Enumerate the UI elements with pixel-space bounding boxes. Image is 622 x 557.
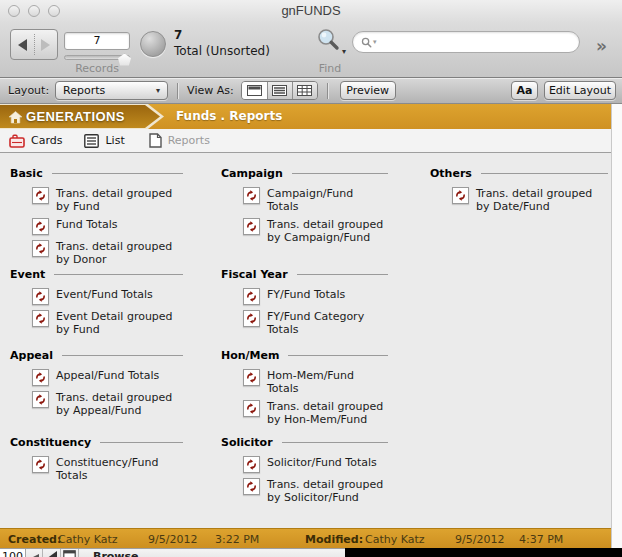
- current-record-input[interactable]: [64, 32, 130, 50]
- report-link[interactable]: Solicitor/Fund Totals: [243, 456, 388, 473]
- app-window: gnFUNDS Records 7 Total (Unsorted): [0, 0, 622, 557]
- report-link[interactable]: FY/Fund Totals: [243, 288, 388, 305]
- circular-arrows-icon[interactable]: [452, 187, 469, 204]
- circular-arrows-icon[interactable]: [243, 478, 260, 495]
- circular-arrows-icon[interactable]: [32, 456, 49, 473]
- edit-layout-button[interactable]: Edit Layout: [544, 81, 616, 100]
- report-link[interactable]: Trans. detail grouped by Hon-Mem/Fund: [243, 400, 388, 426]
- report-link[interactable]: FY/Fund Category Totals: [243, 310, 388, 336]
- generations-logo: GENERATIONS: [0, 105, 160, 128]
- report-link-label[interactable]: Fund Totals: [56, 218, 183, 232]
- report-link[interactable]: Event/Fund Totals: [32, 288, 183, 305]
- vertical-scrollbar[interactable]: [611, 104, 622, 548]
- report-link-label[interactable]: Campaign/Fund Totals: [267, 187, 388, 213]
- report-link-label[interactable]: Trans. detail grouped by Appeal/Fund: [56, 391, 183, 417]
- zoom-in-button[interactable]: [43, 549, 61, 557]
- zoom-out-button[interactable]: [26, 549, 43, 557]
- report-link-label[interactable]: Appeal/Fund Totals: [56, 369, 183, 383]
- section-appeal: Appeal Appeal/Fund Totals Trans. detail …: [10, 349, 183, 422]
- report-link-label[interactable]: Event/Fund Totals: [56, 288, 183, 302]
- circular-arrows-icon[interactable]: [243, 400, 260, 417]
- table-view-icon: [297, 85, 312, 96]
- report-link-label[interactable]: FY/Fund Category Totals: [267, 310, 388, 336]
- zoom-level-value[interactable]: 100: [0, 549, 26, 557]
- circular-arrows-icon[interactable]: [32, 240, 49, 257]
- quick-find-input[interactable]: [377, 34, 579, 50]
- report-link[interactable]: Event Detail grouped by Fund: [32, 310, 183, 336]
- circular-arrows-icon[interactable]: [243, 456, 260, 473]
- found-set-pie-chart[interactable]: [140, 31, 166, 57]
- report-link[interactable]: Trans. detail grouped by Donor: [32, 240, 183, 266]
- report-link[interactable]: Trans. detail grouped by Campaign/Fund: [243, 218, 388, 244]
- circular-arrows-icon[interactable]: [243, 218, 260, 235]
- tab-cards[interactable]: Cards: [9, 134, 62, 148]
- record-navigation-book[interactable]: [10, 29, 58, 60]
- circular-arrows-icon[interactable]: [32, 391, 49, 408]
- report-link-label[interactable]: Trans. detail grouped by Campaign/Fund: [267, 218, 388, 244]
- report-link[interactable]: Campaign/Fund Totals: [243, 187, 388, 213]
- formatting-bar-button[interactable]: Aa: [511, 81, 538, 100]
- circular-arrows-icon[interactable]: [32, 218, 49, 235]
- report-link-label[interactable]: Trans. detail grouped by Donor: [56, 240, 183, 266]
- mode-selector[interactable]: Browse: [93, 549, 139, 557]
- form-view-button[interactable]: [242, 82, 267, 99]
- circular-arrows-icon[interactable]: [32, 310, 49, 327]
- section-divider: [297, 274, 388, 275]
- report-link-label[interactable]: Event Detail grouped by Fund: [56, 310, 183, 336]
- circular-arrows-icon[interactable]: [243, 310, 260, 327]
- circular-arrows-icon[interactable]: [243, 369, 260, 386]
- section-hon-mem: Hon/Mem Hom-Mem/Fund Totals Trans. detai…: [221, 349, 388, 431]
- section-basic: Basic Trans. detail grouped by Fund Fund…: [10, 167, 183, 271]
- find-dropdown-arrow-icon[interactable]: ▾: [342, 47, 346, 56]
- report-link-label[interactable]: Constituency/Fund Totals: [56, 456, 183, 482]
- section-others: Others Trans. detail grouped by Date/Fun…: [430, 167, 608, 218]
- report-link-label[interactable]: Trans. detail grouped by Solicitor/Fund: [267, 478, 388, 504]
- status-toolbar-toggle-button[interactable]: [61, 549, 79, 557]
- tab-reports-label: Reports: [168, 134, 210, 147]
- report-link[interactable]: Trans. detail grouped by Fund: [32, 187, 183, 213]
- toolbar-overflow-button[interactable]: »: [596, 36, 607, 56]
- layout-bar: Layout: Reports ▾ View As:: [0, 78, 622, 104]
- search-glass-icon: [361, 37, 372, 48]
- found-count-display: 7 Total (Unsorted): [174, 28, 270, 58]
- circular-arrows-icon[interactable]: [32, 369, 49, 386]
- section-title: Appeal: [10, 349, 53, 362]
- tab-reports[interactable]: Reports: [149, 133, 210, 148]
- section-title: Constituency: [10, 436, 91, 449]
- report-link[interactable]: Appeal/Fund Totals: [32, 369, 183, 386]
- table-view-button[interactable]: [292, 82, 317, 99]
- previous-record-button[interactable]: [11, 30, 34, 59]
- zoom-out-icon: [28, 550, 40, 557]
- report-link-label[interactable]: Hom-Mem/Fund Totals: [267, 369, 388, 395]
- report-link-label[interactable]: Trans. detail grouped by Fund: [56, 187, 183, 213]
- circular-arrows-icon[interactable]: [32, 288, 49, 305]
- tab-list[interactable]: List: [84, 134, 124, 148]
- quick-find-field[interactable]: ▾: [352, 31, 580, 53]
- next-record-button[interactable]: [35, 30, 58, 59]
- circular-arrows-icon[interactable]: [243, 288, 260, 305]
- section-event: Event Event/Fund Totals Event Detail gro…: [10, 268, 183, 341]
- layout-dropdown[interactable]: Reports ▾: [55, 81, 168, 100]
- report-link-label[interactable]: FY/Fund Totals: [267, 288, 388, 302]
- next-arrow-icon: [41, 39, 50, 51]
- report-link[interactable]: Trans. detail grouped by Solicitor/Fund: [243, 478, 388, 504]
- report-link[interactable]: Trans. detail grouped by Date/Fund: [452, 187, 608, 213]
- report-link[interactable]: Constituency/Fund Totals: [32, 456, 183, 482]
- report-link-label[interactable]: Solicitor/Fund Totals: [267, 456, 388, 470]
- search-icon[interactable]: ▾: [361, 37, 377, 48]
- preview-button[interactable]: Preview: [340, 81, 396, 100]
- record-slider[interactable]: [64, 55, 130, 60]
- circular-arrows-icon[interactable]: [32, 187, 49, 204]
- report-link-label[interactable]: Trans. detail grouped by Hon-Mem/Fund: [267, 400, 388, 426]
- report-link[interactable]: Trans. detail grouped by Appeal/Fund: [32, 391, 183, 417]
- report-link[interactable]: Hom-Mem/Fund Totals: [243, 369, 388, 395]
- house-icon: [8, 111, 23, 124]
- form-view-icon: [247, 85, 262, 96]
- edit-layout-label: Edit Layout: [549, 84, 611, 97]
- report-link[interactable]: Fund Totals: [32, 218, 183, 235]
- title-bar[interactable]: gnFUNDS: [0, 0, 622, 22]
- circular-arrows-icon[interactable]: [243, 187, 260, 204]
- find-button[interactable]: ▾: [316, 27, 350, 57]
- list-view-button[interactable]: [267, 82, 292, 99]
- report-link-label[interactable]: Trans. detail grouped by Date/Fund: [476, 187, 608, 213]
